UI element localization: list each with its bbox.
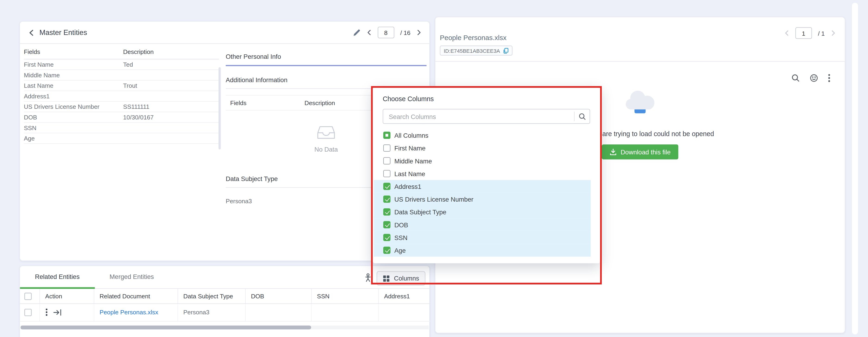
column-checkbox[interactable] <box>383 170 390 177</box>
doc-page-total-label: / 1 <box>818 30 825 36</box>
field-row[interactable]: SSN <box>24 122 219 133</box>
related-entities-panel: Related Entities Merged Entities Columns <box>20 265 430 337</box>
row-checkbox[interactable] <box>25 309 32 316</box>
column-checkbox[interactable] <box>383 234 390 241</box>
prev-page-icon[interactable] <box>367 29 372 35</box>
next-page-icon[interactable] <box>416 29 422 35</box>
column-checkbox[interactable] <box>383 132 390 139</box>
tab-label: Related Entities <box>35 273 80 280</box>
column-checkbox[interactable] <box>383 196 390 203</box>
section-title-other-personal-info: Other Personal Info <box>226 53 427 60</box>
column-checkbox[interactable] <box>383 183 390 190</box>
column-option[interactable]: Age <box>374 244 591 257</box>
column-checkbox[interactable] <box>383 221 390 228</box>
column-option-list: All Columns First Name Middle Name Last … <box>373 129 600 257</box>
related-ssn <box>311 304 378 321</box>
document-id-label: ID:E745BE1AB3CEE3A <box>444 48 500 53</box>
column-option-label: Age <box>394 247 406 254</box>
field-row[interactable]: Address1 <box>24 91 219 102</box>
copy-icon[interactable] <box>503 48 509 53</box>
feedback-icon[interactable] <box>810 74 818 82</box>
kebab-menu-icon[interactable] <box>828 74 830 82</box>
row-kebab-menu-icon[interactable] <box>45 308 48 316</box>
column-option[interactable]: SSN <box>374 231 591 244</box>
column-option[interactable]: Address1 <box>374 180 591 193</box>
column-option-label: All Columns <box>394 132 428 139</box>
column-checkbox[interactable] <box>383 157 390 164</box>
related-entities-table: Action Related Document Data Subject Typ… <box>20 289 430 321</box>
download-icon <box>610 148 617 156</box>
column-option-label: First Name <box>394 145 426 151</box>
field-name: Last Name <box>24 80 123 91</box>
related-address1 <box>378 304 431 321</box>
action-column-header: Action <box>39 289 94 304</box>
column-option[interactable]: DOB <box>374 218 591 231</box>
inner-fields-header: Fields <box>230 100 305 106</box>
merge-icon[interactable] <box>53 309 62 316</box>
doc-page-number-input[interactable] <box>795 27 812 39</box>
doc-prev-page-icon[interactable] <box>784 30 789 36</box>
fields-column-header: Fields <box>24 44 123 59</box>
person-icon[interactable] <box>365 273 372 282</box>
doc-next-page-icon[interactable] <box>831 30 836 36</box>
related-document-link[interactable]: People Personas.xlsx <box>100 309 158 316</box>
field-row[interactable]: Last Name Trout <box>24 80 219 91</box>
column-checkbox[interactable] <box>383 144 390 151</box>
column-option[interactable]: Last Name <box>374 167 591 180</box>
field-description: SS111111 <box>123 102 219 112</box>
column-option[interactable]: Data Subject Type <box>374 205 591 218</box>
column-option[interactable]: First Name <box>374 142 591 155</box>
column-option-label: US Drivers License Number <box>394 196 473 202</box>
tab-related-entities[interactable]: Related Entities <box>20 266 95 289</box>
select-all-checkbox[interactable] <box>25 292 32 300</box>
field-description <box>123 122 219 133</box>
field-row[interactable]: First Name Ted <box>24 59 219 70</box>
edit-pencil-icon[interactable] <box>353 29 361 36</box>
field-row[interactable]: DOB 10/30/0167 <box>24 112 219 123</box>
master-entities-panel: Master Entities / 16 Fie <box>20 21 430 261</box>
search-icon[interactable] <box>792 74 800 82</box>
column-option[interactable]: US Drivers License Number <box>374 193 591 205</box>
field-description: Ted <box>123 59 219 70</box>
document-toolbar <box>792 74 830 82</box>
back-chevron-icon[interactable] <box>28 29 34 36</box>
column-option[interactable]: All Columns <box>374 129 591 142</box>
page-scrollbar[interactable] <box>852 3 858 334</box>
fields-table-scrollbar[interactable] <box>219 67 221 149</box>
field-name: First Name <box>24 59 123 70</box>
column-option-label: DOB <box>394 221 408 228</box>
search-columns-input[interactable] <box>383 110 574 123</box>
field-description: 10/30/0167 <box>123 112 219 123</box>
columns-button-label: Columns <box>394 275 419 282</box>
data-subject-type-column-header: Data Subject Type <box>178 289 245 304</box>
column-checkbox[interactable] <box>383 208 390 216</box>
search-columns-box <box>383 109 590 124</box>
column-option-label: Data Subject Type <box>394 208 446 215</box>
columns-button[interactable]: Columns <box>377 271 426 285</box>
horizontal-scrollbar-thumb[interactable] <box>21 326 311 329</box>
document-header: People Personas.xlsx ID:E745BE1AB3CEE3A … <box>435 17 845 62</box>
tabs-row: Related Entities Merged Entities Columns <box>20 266 429 289</box>
column-option[interactable]: Middle Name <box>374 155 591 167</box>
search-icon[interactable] <box>574 112 590 121</box>
column-checkbox[interactable] <box>383 247 390 254</box>
related-document-column-header: Related Document <box>94 289 178 304</box>
page-title: Master Entities <box>39 28 87 36</box>
choose-columns-popup: Choose Columns All Columns First Name <box>373 88 600 263</box>
field-row[interactable]: Middle Name <box>24 70 219 80</box>
field-description: Trout <box>123 80 219 91</box>
ssn-column-header: SSN <box>311 289 378 304</box>
grid-icon <box>383 275 390 282</box>
dob-column-header: DOB <box>245 289 311 304</box>
field-name: US Drivers License Number <box>24 102 123 112</box>
inner-description-header: Description <box>305 100 335 106</box>
document-pagination: / 1 <box>784 27 836 39</box>
page-number-input[interactable] <box>378 27 394 38</box>
field-row[interactable]: Age <box>24 133 219 144</box>
download-file-button[interactable]: Download this file <box>602 144 679 160</box>
field-row[interactable]: US Drivers License Number SS111111 <box>24 102 219 112</box>
tab-merged-entities[interactable]: Merged Entities <box>95 266 169 289</box>
field-description <box>123 91 219 102</box>
related-entity-row[interactable]: People Personas.xlsx Persona3 <box>20 304 430 321</box>
field-name: DOB <box>24 112 123 123</box>
